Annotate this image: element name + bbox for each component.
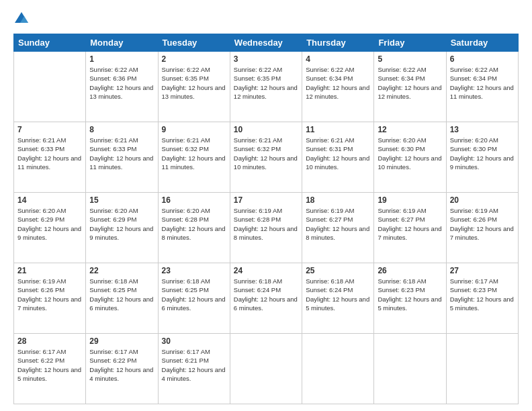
calendar-cell: 27Sunrise: 6:17 AMSunset: 6:23 PMDayligh… xyxy=(446,263,518,334)
calendar-week-row: 28Sunrise: 6:17 AMSunset: 6:22 PMDayligh… xyxy=(14,334,519,404)
day-number: 29 xyxy=(89,336,154,346)
day-info: Sunrise: 6:17 AMSunset: 6:23 PMDaylight:… xyxy=(450,277,515,312)
day-info: Sunrise: 6:19 AMSunset: 6:26 PMDaylight:… xyxy=(17,277,82,312)
day-info: Sunrise: 6:18 AMSunset: 6:25 PMDaylight:… xyxy=(162,277,226,312)
logo-icon xyxy=(13,11,30,27)
day-info: Sunrise: 6:20 AMSunset: 6:29 PMDaylight:… xyxy=(89,206,154,242)
day-info: Sunrise: 6:18 AMSunset: 6:24 PMDaylight:… xyxy=(234,277,298,312)
calendar-cell: 14Sunrise: 6:20 AMSunset: 6:29 PMDayligh… xyxy=(14,193,86,263)
day-info: Sunrise: 6:19 AMSunset: 6:26 PMDaylight:… xyxy=(450,206,515,242)
day-number: 19 xyxy=(378,195,442,205)
header xyxy=(13,11,519,27)
day-info: Sunrise: 6:19 AMSunset: 6:28 PMDaylight:… xyxy=(234,206,298,242)
calendar-cell: 25Sunrise: 6:18 AMSunset: 6:24 PMDayligh… xyxy=(302,263,374,334)
calendar-cell xyxy=(302,334,374,404)
weekday-header: Wednesday xyxy=(230,34,302,52)
day-info: Sunrise: 6:19 AMSunset: 6:27 PMDaylight:… xyxy=(306,206,370,242)
calendar-cell: 17Sunrise: 6:19 AMSunset: 6:28 PMDayligh… xyxy=(230,193,302,263)
day-number: 16 xyxy=(162,195,226,205)
calendar-cell: 22Sunrise: 6:18 AMSunset: 6:25 PMDayligh… xyxy=(86,263,158,334)
day-number: 30 xyxy=(162,336,226,346)
calendar-cell: 16Sunrise: 6:20 AMSunset: 6:28 PMDayligh… xyxy=(158,193,230,263)
day-number: 6 xyxy=(450,54,515,64)
calendar-week-row: 7Sunrise: 6:21 AMSunset: 6:33 PMDaylight… xyxy=(14,122,519,193)
logo xyxy=(13,11,32,27)
day-number: 18 xyxy=(306,195,370,205)
calendar-cell: 28Sunrise: 6:17 AMSunset: 6:22 PMDayligh… xyxy=(14,334,86,404)
day-number: 24 xyxy=(234,266,298,275)
day-number: 9 xyxy=(162,125,226,134)
page: SundayMondayTuesdayWednesdayThursdayFrid… xyxy=(0,0,532,411)
day-info: Sunrise: 6:22 AMSunset: 6:34 PMDaylight:… xyxy=(450,65,515,101)
calendar-cell: 10Sunrise: 6:21 AMSunset: 6:32 PMDayligh… xyxy=(230,122,302,193)
calendar-cell: 30Sunrise: 6:17 AMSunset: 6:21 PMDayligh… xyxy=(158,334,230,404)
day-number: 8 xyxy=(89,125,154,134)
day-number: 21 xyxy=(17,266,82,275)
calendar-cell xyxy=(14,52,86,122)
calendar-cell xyxy=(230,334,302,404)
day-info: Sunrise: 6:20 AMSunset: 6:28 PMDaylight:… xyxy=(162,206,226,242)
calendar-cell: 26Sunrise: 6:18 AMSunset: 6:23 PMDayligh… xyxy=(374,263,446,334)
weekday-header: Friday xyxy=(374,34,446,52)
day-number: 22 xyxy=(89,266,154,275)
day-info: Sunrise: 6:22 AMSunset: 6:36 PMDaylight:… xyxy=(89,65,154,101)
day-number: 28 xyxy=(17,336,82,346)
day-number: 26 xyxy=(378,266,442,275)
day-info: Sunrise: 6:20 AMSunset: 6:30 PMDaylight:… xyxy=(450,136,515,171)
calendar-cell: 24Sunrise: 6:18 AMSunset: 6:24 PMDayligh… xyxy=(230,263,302,334)
day-info: Sunrise: 6:21 AMSunset: 6:32 PMDaylight:… xyxy=(162,136,226,171)
day-number: 23 xyxy=(162,266,226,275)
calendar-week-row: 21Sunrise: 6:19 AMSunset: 6:26 PMDayligh… xyxy=(14,263,519,334)
day-number: 20 xyxy=(450,195,515,205)
day-info: Sunrise: 6:21 AMSunset: 6:33 PMDaylight:… xyxy=(89,136,154,171)
calendar-cell: 7Sunrise: 6:21 AMSunset: 6:33 PMDaylight… xyxy=(14,122,86,193)
calendar-cell: 19Sunrise: 6:19 AMSunset: 6:27 PMDayligh… xyxy=(374,193,446,263)
calendar-cell: 15Sunrise: 6:20 AMSunset: 6:29 PMDayligh… xyxy=(86,193,158,263)
calendar-cell: 9Sunrise: 6:21 AMSunset: 6:32 PMDaylight… xyxy=(158,122,230,193)
day-info: Sunrise: 6:22 AMSunset: 6:35 PMDaylight:… xyxy=(234,65,298,101)
day-number: 5 xyxy=(378,54,442,64)
day-number: 12 xyxy=(378,125,442,134)
day-number: 25 xyxy=(306,266,370,275)
day-info: Sunrise: 6:17 AMSunset: 6:21 PMDaylight:… xyxy=(162,347,226,383)
calendar-cell: 21Sunrise: 6:19 AMSunset: 6:26 PMDayligh… xyxy=(14,263,86,334)
day-info: Sunrise: 6:17 AMSunset: 6:22 PMDaylight:… xyxy=(17,347,82,383)
day-number: 4 xyxy=(306,54,370,64)
day-info: Sunrise: 6:18 AMSunset: 6:25 PMDaylight:… xyxy=(89,277,154,312)
day-info: Sunrise: 6:19 AMSunset: 6:27 PMDaylight:… xyxy=(378,206,442,242)
day-number: 27 xyxy=(450,266,515,275)
calendar-cell: 18Sunrise: 6:19 AMSunset: 6:27 PMDayligh… xyxy=(302,193,374,263)
calendar-body: 1Sunrise: 6:22 AMSunset: 6:36 PMDaylight… xyxy=(14,52,519,404)
calendar-cell: 6Sunrise: 6:22 AMSunset: 6:34 PMDaylight… xyxy=(446,52,518,122)
day-info: Sunrise: 6:21 AMSunset: 6:31 PMDaylight:… xyxy=(306,136,370,171)
weekday-header: Sunday xyxy=(14,34,86,52)
weekday-header: Thursday xyxy=(302,34,374,52)
calendar-cell: 8Sunrise: 6:21 AMSunset: 6:33 PMDaylight… xyxy=(86,122,158,193)
day-info: Sunrise: 6:20 AMSunset: 6:30 PMDaylight:… xyxy=(378,136,442,171)
calendar-cell: 20Sunrise: 6:19 AMSunset: 6:26 PMDayligh… xyxy=(446,193,518,263)
day-number: 13 xyxy=(450,125,515,134)
calendar-cell: 1Sunrise: 6:22 AMSunset: 6:36 PMDaylight… xyxy=(86,52,158,122)
day-number: 11 xyxy=(306,125,370,134)
calendar-cell: 23Sunrise: 6:18 AMSunset: 6:25 PMDayligh… xyxy=(158,263,230,334)
day-number: 15 xyxy=(89,195,154,205)
day-info: Sunrise: 6:20 AMSunset: 6:29 PMDaylight:… xyxy=(17,206,82,242)
calendar-cell: 4Sunrise: 6:22 AMSunset: 6:34 PMDaylight… xyxy=(302,52,374,122)
calendar-week-row: 14Sunrise: 6:20 AMSunset: 6:29 PMDayligh… xyxy=(14,193,519,263)
weekday-header: Saturday xyxy=(446,34,518,52)
day-info: Sunrise: 6:22 AMSunset: 6:34 PMDaylight:… xyxy=(306,65,370,101)
calendar-cell: 3Sunrise: 6:22 AMSunset: 6:35 PMDaylight… xyxy=(230,52,302,122)
calendar-week-row: 1Sunrise: 6:22 AMSunset: 6:36 PMDaylight… xyxy=(14,52,519,122)
calendar-cell: 12Sunrise: 6:20 AMSunset: 6:30 PMDayligh… xyxy=(374,122,446,193)
day-info: Sunrise: 6:18 AMSunset: 6:23 PMDaylight:… xyxy=(378,277,442,312)
day-info: Sunrise: 6:21 AMSunset: 6:32 PMDaylight:… xyxy=(234,136,298,171)
day-number: 7 xyxy=(17,125,82,134)
calendar-cell: 2Sunrise: 6:22 AMSunset: 6:35 PMDaylight… xyxy=(158,52,230,122)
calendar-cell xyxy=(374,334,446,404)
weekday-header: Tuesday xyxy=(158,34,230,52)
calendar-cell xyxy=(446,334,518,404)
day-number: 2 xyxy=(162,54,226,64)
day-number: 14 xyxy=(17,195,82,205)
day-number: 10 xyxy=(234,125,298,134)
day-number: 17 xyxy=(234,195,298,205)
